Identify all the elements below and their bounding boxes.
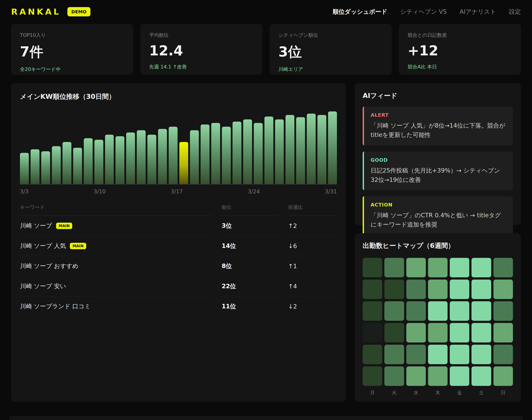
chart-bar [147, 135, 156, 184]
table-header-0: キーワード [20, 204, 213, 216]
keyword-label: 川崎 ソープ 人気 [20, 242, 66, 250]
heatmap-cell-r3c1 [384, 323, 404, 343]
heatmap-cell-r3c4 [450, 323, 469, 343]
heatmap-cell-r5c0 [363, 366, 382, 386]
stat-sub: 競合A比 本日 [408, 64, 512, 70]
heatmap-day-label: 月 [363, 390, 382, 396]
chart-bar [158, 129, 167, 184]
heatmap-cell-r5c3 [428, 366, 448, 386]
chart-bar [31, 149, 39, 184]
chart-bar [265, 117, 273, 184]
footer-strip [9, 416, 523, 420]
chart-bar [328, 111, 337, 184]
nav-item-AIアナリスト[interactable]: AIアナリスト [459, 8, 496, 16]
change-cell: ↑2 [288, 216, 337, 236]
heatmap-cell-r4c4 [450, 345, 469, 364]
stat-label: 平均順位 [149, 32, 254, 39]
rankal-dashboard: RANKAL DEMO 順位ダッシュボードシティヘブン VSAIアナリスト設定 … [0, 0, 532, 402]
stat-label: シティヘブン順位 [278, 32, 383, 39]
chart-bar [307, 114, 316, 184]
chart-bar [20, 153, 29, 184]
change-cell: ↓2 [288, 296, 337, 316]
rank-cell: 14位 [222, 236, 279, 256]
ai-feed-text: 「川崎 ソープ 人気」が8位→14位に下落。競合がtitleを更新した可能性 [371, 121, 506, 140]
heatmap-cell-r4c2 [406, 345, 426, 364]
heatmap-cell-r1c2 [406, 280, 426, 299]
keyword-cell: 川崎 ソープランド 口コミ [20, 296, 213, 316]
ai-feed-tag: ACTION [371, 202, 506, 208]
heatmap-cell-r0c0 [363, 258, 382, 277]
ai-feed-text: 日記25件投稿（先月比+39%）→ シティヘブン32位→19位に改善 [371, 166, 506, 184]
heatmap-cell-r0c4 [450, 258, 469, 277]
keyword-cell: 川崎 ソープMAIN [20, 216, 213, 236]
nav-item-シティヘブン VS[interactable]: シティヘブン VS [400, 8, 447, 16]
heatmap-cell-r1c0 [363, 280, 382, 299]
heatmap-day-label: 日 [493, 390, 513, 396]
chart-bar [52, 146, 61, 184]
heatmap-cell-r4c3 [428, 345, 448, 364]
heatmap-cell-r5c2 [406, 366, 426, 386]
ai-feed-tag: GOOD [371, 157, 506, 163]
heatmap-cell-r3c6 [493, 323, 513, 343]
heatmap-day-labels: 月火水木金土日 [363, 390, 513, 396]
keyword-label: 川崎 ソープ [20, 222, 52, 230]
nav-item-設定[interactable]: 設定 [509, 8, 521, 16]
stat-card-2: シティヘブン順位3位川崎エリア [269, 24, 392, 75]
heatmap-cell-r3c3 [428, 323, 448, 343]
chart-bar [126, 133, 135, 184]
heatmap-day-label: 火 [384, 390, 404, 396]
chart-bar-highlighted [179, 142, 188, 184]
chart-bar [41, 151, 50, 184]
keyword-cell: 川崎 ソープ おすすめ [20, 256, 213, 276]
ai-feed-item-alert: ALERT「川崎 ソープ 人気」が8位→14位に下落。競合がtitleを更新した… [363, 106, 513, 145]
chart-bar [115, 136, 124, 184]
stat-card-1: 平均順位12.4先週 14.1 ↑改善 [140, 24, 263, 75]
nav-item-順位ダッシュボード[interactable]: 順位ダッシュボード [333, 8, 388, 16]
stat-value: 12.4 [149, 43, 254, 59]
x-axis-tick: 3/10 [94, 189, 106, 195]
chart-bar [105, 135, 114, 184]
chart-bar [254, 123, 263, 184]
heatmap-cell-r0c5 [471, 258, 491, 277]
stat-cards-row: TOP10入り7件全20キーワード中平均順位12.4先週 14.1 ↑改善シティ… [11, 24, 521, 75]
chart-bar [211, 123, 220, 184]
change-cell: ↓6 [288, 236, 337, 256]
heatmap-cell-r4c1 [384, 345, 404, 364]
heatmap-cell-r4c6 [493, 345, 513, 364]
heatmap-day-label: 金 [450, 390, 469, 396]
heatmap-cell-r1c1 [384, 280, 404, 299]
heatmap-cell-r0c2 [406, 258, 426, 277]
heatmap-day-label: 土 [471, 390, 491, 396]
chart-bar [73, 148, 82, 184]
heatmap-day-label: 水 [406, 390, 426, 396]
keyword-label: 川崎 ソープ おすすめ [20, 262, 78, 270]
heatmap-cell-r2c1 [384, 301, 404, 321]
heatmap-cell-r2c5 [471, 301, 491, 321]
keyword-label: 川崎 ソープ 安い [20, 282, 66, 290]
table-header-2: 前週比 [288, 204, 337, 216]
ai-feed-title: AIフィード [363, 91, 513, 100]
chart-bar [190, 130, 199, 184]
heatmap-cell-r2c0 [363, 301, 382, 321]
chart-title: メインKW順位推移（30日間） [20, 92, 337, 101]
stat-sub: 先週 14.1 ↑改善 [149, 64, 254, 70]
x-axis-tick: 3/3 [20, 189, 29, 195]
chart-bar [84, 138, 93, 184]
app-logo: RANKAL [11, 7, 61, 17]
ai-feed-item-good: GOOD日記25件投稿（先月比+39%）→ シティヘブン32位→19位に改善 [363, 151, 513, 190]
main-keyword-badge: MAIN [70, 243, 86, 249]
x-axis-tick: 3/17 [171, 189, 183, 195]
chart-bar [296, 117, 305, 184]
ai-feed-panel: AIフィード ALERT「川崎 ソープ 人気」が8位→14位に下落。競合がtit… [355, 83, 521, 225]
heatmap-cell-r5c1 [384, 366, 404, 386]
chart-bar [275, 120, 284, 184]
heatmap-cell-r5c4 [450, 366, 469, 386]
rank-trend-panel: メインKW順位推移（30日間） 3/33/103/173/243/31 キーワー… [11, 83, 346, 402]
demo-badge: DEMO [67, 7, 91, 16]
heatmap-cell-r2c3 [428, 301, 448, 321]
heatmap-grid [363, 258, 513, 386]
rank-cell: 8位 [222, 256, 279, 276]
main-keyword-badge: MAIN [56, 223, 73, 229]
x-axis-labels: 3/33/103/173/243/31 [20, 189, 337, 195]
stat-value: 3位 [278, 43, 383, 61]
